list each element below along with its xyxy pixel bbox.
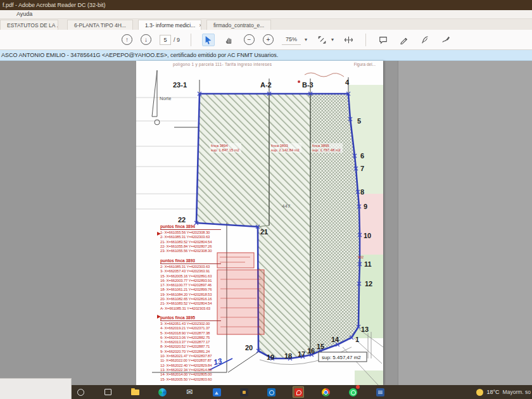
tab-firmado-contrato[interactable]: firmado_contrato_e... (206, 20, 271, 30)
whatsapp-icon[interactable] (347, 386, 358, 398)
page-total-label: / 9 (174, 37, 180, 43)
tab-close-icon[interactable]: × (199, 20, 201, 30)
total-area-box: sup: 5.457,47 m2 (319, 352, 367, 362)
previous-page-icon[interactable]: ↑ (122, 34, 132, 45)
acrobat-icon-active[interactable] (293, 386, 304, 398)
document-viewer-area[interactable]: polígono 1 y parcela 111- Tarifa ingreso… (0, 61, 532, 385)
vertex-label: 4 (345, 79, 350, 86)
point-row: 2- X=661085.31 Y=4202303.63 (160, 235, 238, 239)
parcel-3895-name: finca 3895 (312, 144, 329, 148)
point-row: 22- X=661055.84 Y=4202807.26 (160, 244, 238, 249)
point-row: 21- X=661083.52 Y=4202804.54 (160, 301, 238, 306)
weather-condition: Mayorm. so (503, 389, 531, 395)
point-row: 20- X=661082.65 Y=4202816.16 (160, 297, 238, 301)
vertex-label: 11 (364, 260, 372, 268)
tab-planta-tipo[interactable]: 6-PLANTA TIPO 4H... (67, 20, 133, 30)
vertex-label: 18 (284, 352, 292, 360)
vertex-label: 14 (331, 336, 339, 343)
certificate-notification-bar: ASCO ANTONIO EMILIO - 34785641G <AEPEPO@… (0, 50, 532, 61)
parcel-3893-area: sup: 2.142,84 m2 (271, 148, 300, 152)
task-view-icon[interactable] (102, 386, 113, 398)
window-title: f.pdf - Adobe Acrobat Reader DC (32-bit) (3, 2, 106, 8)
parcel-3893-name: finca 3893 (271, 144, 288, 148)
next-page-icon[interactable]: ↓ (141, 34, 151, 45)
vertex-label: A-2 (260, 81, 272, 89)
toolbar-divider (191, 34, 191, 46)
total-area-label: sup: 5.457,47 m2 (322, 355, 361, 360)
point-row: 10- X=662021.47 Y=4202837.87 (160, 354, 238, 358)
vertex-label: B-3 (302, 81, 314, 89)
point-list-rows: 1- X=661055.56 Y=4202308.302- X=661085.3… (160, 231, 238, 253)
comment-tool-icon[interactable] (377, 34, 390, 46)
dimension-lines (136, 98, 197, 209)
point-row: 12- X=662022.40 Y=4202829.84 (160, 364, 238, 368)
fill-sign-pencil-icon[interactable] (398, 34, 410, 46)
point-list-finca-3895: puntos finca 3895 3- X=662051.43 Y=42023… (160, 315, 238, 382)
word-icon[interactable] (374, 386, 386, 398)
point-row: 17- X=661100.77 Y=4202897.46 (160, 283, 238, 288)
desktop-screen: f.pdf - Adobe Acrobat Reader DC (32-bit)… (0, 0, 532, 399)
zoom-dropdown-icon[interactable]: ▾ (305, 37, 307, 42)
hand-tool-icon[interactable] (223, 34, 236, 46)
point-list-finca-3893: puntos finca 3893 2- X=661085.31 Y=42023… (160, 258, 238, 311)
acrobat-toolbar: ↑ ↓ 5 / 9 − + 75% ▾ ▾ (0, 30, 532, 50)
outlook-icon[interactable] (265, 386, 277, 398)
point-row: 19- X=661084.20 Y=4202818.53 (160, 293, 238, 297)
fit-dropdown-icon[interactable]: ▾ (331, 37, 334, 42)
point-row: 9- X=662020.70 Y=4202881.24 (160, 350, 238, 354)
media-app-icon[interactable] (238, 386, 250, 398)
edge-icon[interactable] (156, 386, 168, 398)
pdf-page[interactable]: polígono 1 y parcela 111- Tarifa ingreso… (136, 61, 383, 385)
vertex-label: 16 (307, 347, 315, 355)
point-row: 11- X=662022.00 Y=4202837.87 (160, 358, 238, 363)
cortana-icon[interactable] (75, 386, 86, 398)
point-row: 7- X=662013.37 Y=4202877.17 (160, 340, 238, 345)
parcel-3895-area: sup: 1.767,48 m2 (312, 148, 341, 152)
small-red-label: 902 (358, 255, 364, 259)
fit-width-icon[interactable] (342, 34, 355, 46)
point-list-finca-3894: puntos finca 3894 1- X=661055.56 Y=42023… (160, 224, 238, 253)
point-list-rows: 2- X=661085.31 Y=4202303.633- X=662057.4… (160, 265, 238, 311)
signature-quill-icon[interactable] (419, 34, 431, 46)
zoom-out-icon[interactable]: − (244, 34, 255, 45)
vertex-label: 19 (267, 353, 274, 361)
zoom-level-input[interactable]: 75% (282, 35, 301, 45)
point-row: 1- X=661055.56 Y=4202308.30 (160, 231, 238, 235)
draw-tool-icon[interactable] (440, 34, 452, 46)
vertex-label: 22 (178, 216, 186, 224)
toolbar-divider (365, 34, 366, 46)
vertex-label: 7 (360, 165, 364, 172)
parcel-3894-name: finca 3894 (211, 144, 229, 148)
plot-number-label: 447 (282, 203, 291, 209)
taskbar-weather[interactable]: 18°C Mayorm. so (476, 385, 532, 399)
window-titlebar[interactable]: f.pdf - Adobe Acrobat Reader DC (32-bit) (0, 0, 532, 10)
select-tool-icon[interactable] (202, 34, 215, 46)
vertex-label: 1 (355, 336, 359, 343)
zoom-in-icon[interactable]: + (263, 34, 274, 45)
photos-icon[interactable] (211, 386, 222, 398)
taskbar-search-notch[interactable] (0, 378, 72, 399)
file-explorer-icon[interactable] (129, 386, 141, 398)
vertex-label: 17 (298, 350, 305, 358)
point-row: 23- X=661055.56 Y=4202308.30 (160, 249, 238, 253)
mail-icon[interactable]: ✉ (184, 386, 195, 398)
vertex-label: 6 (360, 152, 364, 160)
fit-page-icon[interactable] (315, 34, 328, 46)
weather-temp: 18°C (486, 389, 499, 395)
point-row: 15- X=662005.16 Y=4202891.63 (160, 274, 238, 279)
vertex-label: 13 (361, 326, 369, 333)
point-row: 15- X=662005.50 Y=4202803.60 (160, 377, 238, 382)
menu-item-ayuda[interactable]: Ayuda (0, 10, 37, 17)
point-row: 4- X=662019.21 Y=4202371.37 (160, 326, 238, 331)
tab-informe-medicion[interactable]: 1.3- informe medici... × (138, 20, 201, 30)
page-number-input[interactable]: 5 (160, 35, 171, 45)
windows-taskbar: ✉ 18°C Mayorm. so (0, 385, 532, 399)
document-tab-bar: ESTATUTOS DE LA ... 6-PLANTA TIPO 4H... … (0, 19, 532, 30)
point-row: 16- X=662003.77 Y=4202893.91 (160, 279, 238, 283)
point-row: 5- X=662018.90 Y=4202877.38 (160, 331, 238, 336)
tab-estatutos[interactable]: ESTATUTOS DE LA ... (0, 20, 58, 30)
red-point-marker (298, 80, 300, 83)
certificate-text: ASCO ANTONIO EMILIO - 34785641G <AEPEPO@… (1, 52, 278, 58)
vertex-label: 8 (360, 188, 364, 196)
chrome-icon[interactable] (320, 386, 331, 398)
